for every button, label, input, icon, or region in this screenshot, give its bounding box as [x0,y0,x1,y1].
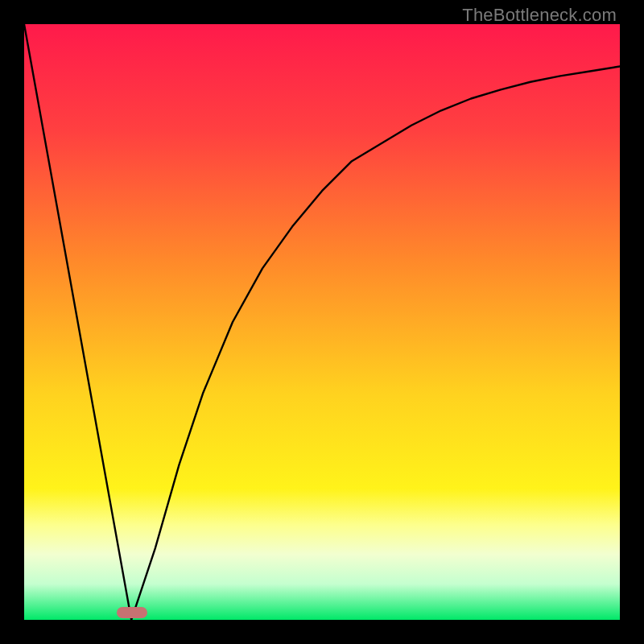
bottleneck-curve [24,24,620,620]
watermark-text: TheBottleneck.com [462,5,617,26]
plot-area [24,24,620,620]
optimum-marker [117,607,147,618]
chart-frame: TheBottleneck.com [0,0,644,644]
